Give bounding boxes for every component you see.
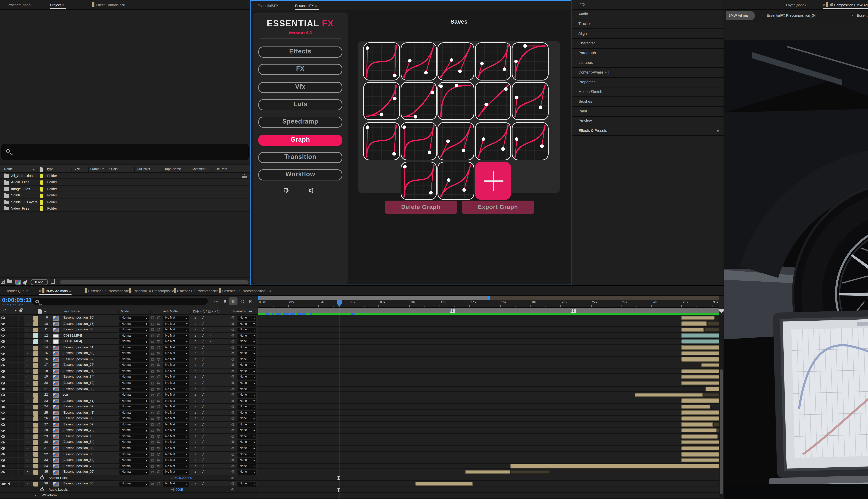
lock-toggle[interactable] bbox=[19, 392, 24, 397]
matte-pickwhip-icon[interactable]: @ bbox=[157, 368, 160, 375]
layer-duration-track[interactable] bbox=[257, 375, 720, 380]
audio-toggle[interactable] bbox=[7, 434, 12, 439]
video-toggle[interactable] bbox=[0, 434, 6, 439]
quality-switch[interactable]: ╱ bbox=[202, 410, 204, 416]
panel-tab-content-aware-fill[interactable]: Content-Aware Fill bbox=[572, 68, 724, 78]
layer-name[interactable]: [Essent...position_59] bbox=[62, 422, 94, 428]
collapse-transformations-switch[interactable]: ø bbox=[194, 333, 196, 339]
expand-arrow[interactable]: › bbox=[26, 416, 28, 422]
quality-switch[interactable]: ╱ bbox=[202, 386, 204, 392]
track-matte-dropdown[interactable]: No Mat bbox=[163, 458, 189, 463]
layer-duration-track[interactable] bbox=[257, 446, 720, 451]
timeline-layer-row[interactable]: ›28[Essent...position_72]Normal@No Matø╱… bbox=[0, 428, 724, 434]
expand-arrow[interactable]: › bbox=[26, 446, 28, 451]
matte-pickwhip-icon[interactable]: @ bbox=[157, 392, 160, 398]
video-toggle[interactable] bbox=[0, 363, 6, 368]
quality-switch[interactable]: ╱ bbox=[202, 368, 204, 375]
track-matte-dropdown[interactable]: No Mat bbox=[163, 387, 189, 392]
solo-toggle[interactable] bbox=[12, 458, 18, 463]
audio-toggle[interactable] bbox=[7, 363, 12, 368]
add-graph-tile[interactable] bbox=[475, 162, 511, 200]
audio-toggle[interactable] bbox=[7, 369, 12, 374]
collapse-transformations-switch[interactable]: ø bbox=[194, 392, 196, 398]
blend-mode-dropdown[interactable]: Normal bbox=[119, 340, 148, 344]
parent-pickwhip-icon[interactable]: @ bbox=[231, 333, 234, 339]
matte-pickwhip-icon[interactable]: @ bbox=[157, 363, 160, 368]
timeline-layer-row[interactable]: ›16[Essent...position_92]Normal@No Matø╱… bbox=[0, 356, 724, 363]
timeline-layer-row[interactable]: ›36[Essent...position_08]Normal@No Matø╱… bbox=[0, 481, 724, 487]
matte-pickwhip-icon[interactable]: @ bbox=[157, 422, 160, 428]
matte-pickwhip-icon[interactable]: @ bbox=[157, 398, 160, 404]
layer-name[interactable]: ecu bbox=[62, 392, 68, 398]
project-column-header[interactable]: NameTypeSizeFrame Ra...In PointOut Point… bbox=[0, 165, 250, 173]
parent-pickwhip-icon[interactable]: @ bbox=[231, 404, 234, 410]
saved-graph-tile[interactable] bbox=[400, 122, 437, 160]
panel-menu-icon[interactable]: ≡ bbox=[716, 126, 719, 135]
audio-toggle[interactable] bbox=[7, 399, 12, 403]
parent-pickwhip-icon[interactable]: @ bbox=[231, 363, 234, 368]
blend-mode-dropdown[interactable]: Normal bbox=[119, 345, 148, 350]
parent-link-dropdown[interactable]: None bbox=[238, 345, 256, 350]
layer-duration-track[interactable] bbox=[257, 422, 720, 427]
saved-graph-tile[interactable] bbox=[400, 42, 437, 81]
parent-pickwhip-icon[interactable]: @ bbox=[231, 321, 234, 327]
timeline-layer-row[interactable]: ›15[Essent...position_89]Normal@No Matø╱… bbox=[0, 351, 724, 356]
solo-toggle[interactable] bbox=[12, 464, 18, 468]
collapse-transformations-switch[interactable]: ø bbox=[194, 375, 196, 380]
track-matte-dropdown[interactable]: No Mat bbox=[163, 340, 189, 344]
project-column-type[interactable]: Type bbox=[47, 165, 53, 173]
layer-duration-track[interactable] bbox=[257, 380, 720, 386]
timeline-layer-row[interactable]: ›22ecuNormal@No Matø╱@None bbox=[0, 392, 724, 398]
blend-mode-dropdown[interactable]: Normal bbox=[119, 357, 148, 362]
track-matte-dropdown[interactable]: No Mat bbox=[163, 357, 189, 362]
work-area-bar[interactable] bbox=[257, 296, 720, 300]
video-toggle[interactable] bbox=[0, 327, 6, 332]
composition-marker-2[interactable]: 2 bbox=[571, 308, 576, 313]
project-item-row[interactable]: Audio_FilesFolder bbox=[0, 179, 250, 186]
efx-nav-vfx[interactable]: Vfx bbox=[258, 82, 342, 93]
matte-pickwhip-icon[interactable]: @ bbox=[157, 410, 160, 416]
matte-pickwhip-icon[interactable]: @ bbox=[157, 321, 160, 327]
solo-toggle[interactable] bbox=[12, 399, 18, 403]
layer-duration-track[interactable] bbox=[257, 315, 720, 320]
lock-toggle[interactable] bbox=[19, 434, 24, 439]
column-layer-name[interactable]: Layer Name bbox=[62, 308, 80, 315]
collapse-transformations-switch[interactable]: ø bbox=[194, 380, 196, 386]
breadcrumb-item[interactable]: EssentialFX Precomposition_88 bbox=[857, 11, 868, 20]
parent-link-dropdown[interactable]: None bbox=[238, 381, 256, 386]
quality-switch[interactable]: ╱ bbox=[202, 416, 204, 422]
audio-toggle[interactable] bbox=[7, 381, 12, 386]
blend-mode-dropdown[interactable]: Normal bbox=[119, 440, 148, 445]
layer-name[interactable]: [Essent...position_60] bbox=[62, 380, 94, 386]
shy-layers-icon[interactable]: ☻ bbox=[221, 297, 229, 305]
blend-mode-dropdown[interactable]: Normal bbox=[119, 405, 148, 410]
layer-bar[interactable] bbox=[682, 446, 720, 451]
collapse-transformations-switch[interactable]: ø bbox=[194, 434, 196, 440]
current-time-display[interactable]: 0:00:05:11 bbox=[2, 296, 32, 303]
parent-pickwhip-icon[interactable]: @ bbox=[231, 428, 234, 434]
expand-arrow[interactable]: › bbox=[26, 428, 28, 434]
collapse-transformations-switch[interactable]: ø bbox=[194, 321, 196, 327]
blend-mode-dropdown[interactable]: Normal bbox=[119, 322, 148, 326]
project-column-out-point[interactable]: Out Point bbox=[137, 165, 150, 173]
timeline-layer-row[interactable]: ›25[Essent...position_41]Normal@No Matø╱… bbox=[0, 410, 724, 416]
layer-name[interactable]: [Essent...position_34] bbox=[62, 375, 94, 380]
expand-arrow[interactable]: › bbox=[26, 380, 28, 386]
parent-pickwhip-icon[interactable]: @ bbox=[231, 451, 234, 457]
lock-toggle[interactable] bbox=[19, 363, 24, 368]
audio-toggle[interactable] bbox=[7, 452, 12, 457]
saved-graph-tile[interactable] bbox=[512, 82, 548, 120]
layer-name[interactable]: [Essent...position_41] bbox=[62, 410, 94, 416]
lock-toggle[interactable] bbox=[19, 357, 24, 362]
solo-toggle[interactable] bbox=[12, 422, 18, 427]
matte-pickwhip-icon[interactable]: @ bbox=[157, 481, 160, 487]
quality-switch[interactable]: ╱ bbox=[202, 469, 204, 475]
timeline-layer-row[interactable]: ›18[Essent...position_04]Normal@No Matø╱… bbox=[0, 368, 724, 375]
track-matte-dropdown[interactable]: No Mat bbox=[163, 446, 189, 451]
timeline-layer-row[interactable]: ›31[Essent...position_38]Normal@No Matø╱… bbox=[0, 446, 724, 451]
timeline-layer-row[interactable]: ›21[Essent...position_39]Normal@No Matø╱… bbox=[0, 386, 724, 392]
parent-link-dropdown[interactable]: None bbox=[238, 393, 256, 398]
saved-graph-tile[interactable] bbox=[400, 162, 437, 200]
solo-toggle[interactable] bbox=[12, 327, 18, 332]
collapse-transformations-switch[interactable]: ø bbox=[194, 368, 196, 375]
